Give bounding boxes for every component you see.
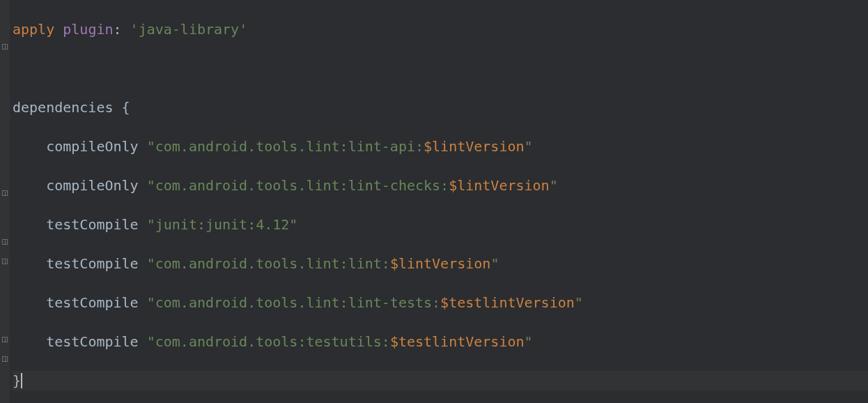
var-lintVersion: $lintVersion <box>449 177 550 194</box>
code-line[interactable]: dependencies { <box>13 98 868 117</box>
code-line[interactable]: testCompile "com.android.tools.lint:lint… <box>13 254 868 273</box>
var-testlintVersion: $testlintVersion <box>390 333 525 350</box>
config-compileOnly: compileOnly <box>46 177 147 194</box>
code-line[interactable]: compileOnly "com.android.tools.lint:lint… <box>13 137 868 156</box>
var-lintVersion: $lintVersion <box>390 255 491 272</box>
string-lit: "junit:junit:4.12" <box>147 216 298 233</box>
code-line[interactable]: testCompile "junit:junit:4.12" <box>13 215 868 234</box>
config-testCompile: testCompile <box>46 333 147 350</box>
code-area[interactable]: apply plugin: 'java-library' dependencie… <box>10 0 868 403</box>
fold-marker[interactable] <box>2 44 8 50</box>
code-line[interactable] <box>13 59 868 78</box>
var-testlintVersion: $testlintVersion <box>440 294 575 311</box>
code-line[interactable]: testCompile "com.android.tools:testutils… <box>13 332 868 351</box>
string-lit: 'java-library' <box>130 21 248 38</box>
prop-plugin: plugin <box>63 21 113 38</box>
fold-marker[interactable] <box>2 239 8 245</box>
config-compileOnly: compileOnly <box>46 138 147 155</box>
code-line[interactable]: testCompile "com.android.tools.lint:lint… <box>13 293 868 312</box>
fold-marker[interactable] <box>2 190 8 196</box>
fold-marker[interactable] <box>2 259 8 264</box>
fold-marker[interactable] <box>2 356 8 362</box>
code-line-current[interactable]: } <box>13 371 868 390</box>
text-caret <box>21 373 22 388</box>
code-line[interactable]: apply plugin: 'java-library' <box>13 20 868 39</box>
code-line[interactable]: compileOnly "com.android.tools.lint:lint… <box>13 176 868 195</box>
config-testCompile: testCompile <box>46 216 147 233</box>
block-dependencies: dependencies { <box>13 99 130 116</box>
var-lintVersion: $lintVersion <box>424 138 525 155</box>
keyword-apply: apply <box>13 21 54 38</box>
config-testCompile: testCompile <box>46 294 147 311</box>
gutter <box>0 0 10 403</box>
code-editor[interactable]: apply plugin: 'java-library' dependencie… <box>0 0 868 403</box>
brace-close: } <box>13 372 21 389</box>
config-testCompile: testCompile <box>46 255 147 272</box>
fold-marker[interactable] <box>2 337 8 342</box>
